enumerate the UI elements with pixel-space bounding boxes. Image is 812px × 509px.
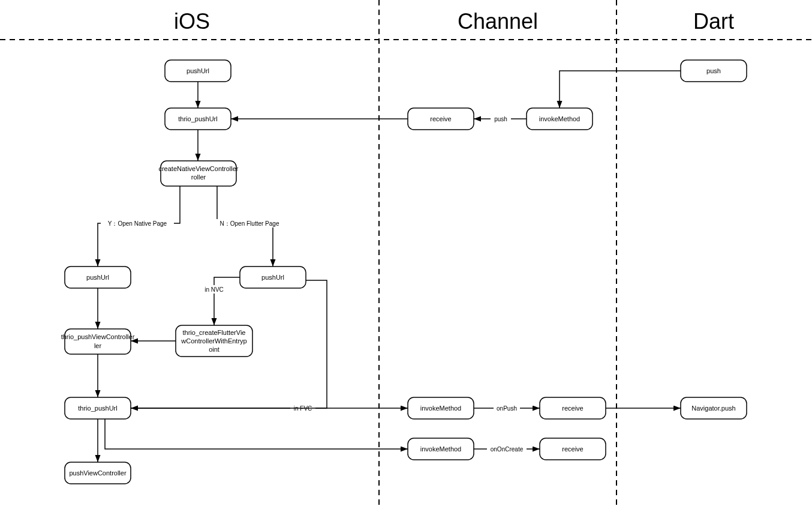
svg-text:push: push xyxy=(706,67,721,74)
label-onpush: onPush xyxy=(497,405,517,412)
svg-text:thrio_pushUrl: thrio_pushUrl xyxy=(78,405,117,412)
svg-text:oint: oint xyxy=(209,346,219,353)
node-channel-invoke-oncreate: invokeMethod xyxy=(408,438,474,460)
svg-text:pushUrl: pushUrl xyxy=(187,67,209,74)
node-pushurl-native: pushUrl xyxy=(65,267,131,288)
edge xyxy=(105,419,408,449)
node-channel-invoke-top: invokeMethod xyxy=(527,108,593,130)
header-dart: Dart xyxy=(693,9,734,34)
node-create-native-vc: createNativeViewController roller xyxy=(158,161,238,186)
svg-text:ler: ler xyxy=(94,342,102,349)
header-ios: iOS xyxy=(174,9,210,34)
svg-text:pushUrl: pushUrl xyxy=(86,274,109,281)
node-thrio-create-fvc: thrio_createFlutterVie wControllerWithEn… xyxy=(176,325,252,357)
node-channel-receive-top: receive xyxy=(408,108,474,130)
svg-text:roller: roller xyxy=(191,173,206,181)
svg-text:invokeMethod: invokeMethod xyxy=(539,115,581,122)
svg-text:thrio_pushUrl: thrio_pushUrl xyxy=(178,115,217,122)
node-navigator-push: Navigator.push xyxy=(681,397,747,419)
svg-text:Navigator.push: Navigator.push xyxy=(691,405,735,412)
node-pushvc: pushViewController xyxy=(65,462,131,484)
svg-text:pushViewController: pushViewController xyxy=(69,469,127,477)
label-ononcreate: onOnCreate xyxy=(491,446,524,453)
node-channel-receive-onpush: receive xyxy=(540,397,606,419)
edge xyxy=(560,71,681,108)
svg-text:pushUrl: pushUrl xyxy=(261,274,284,281)
label-push: push xyxy=(494,116,507,122)
node-dart-push: push xyxy=(681,60,747,82)
svg-text:invokeMethod: invokeMethod xyxy=(420,405,462,412)
svg-text:receive: receive xyxy=(562,405,583,412)
svg-text:thrio_createFlutterVie: thrio_createFlutterVie xyxy=(183,329,246,336)
svg-text:receive: receive xyxy=(562,445,583,453)
label-in-nvc: in NVC xyxy=(204,286,224,293)
node-thrio-pushvc: thrio_pushViewController ler xyxy=(61,329,135,354)
svg-text:thrio_pushViewController: thrio_pushViewController xyxy=(61,333,135,340)
node-thrio-pushurl-top: thrio_pushUrl xyxy=(165,108,231,130)
flow-diagram: iOS Channel Dart pushUrl thrio_pushUrl c… xyxy=(0,0,812,509)
svg-text:createNativeViewController: createNativeViewController xyxy=(158,165,238,172)
label-y-native: Y：Open Native Page xyxy=(108,220,167,227)
header-channel: Channel xyxy=(458,9,538,34)
edge-in-nvc xyxy=(214,277,240,325)
svg-text:wControllerWithEntryp: wControllerWithEntryp xyxy=(181,337,246,345)
svg-text:invokeMethod: invokeMethod xyxy=(420,445,462,453)
node-channel-invoke-onpush: invokeMethod xyxy=(408,397,474,419)
svg-text:receive: receive xyxy=(430,115,451,122)
node-pushurl-top: pushUrl xyxy=(165,60,231,82)
node-pushurl-flutter: pushUrl xyxy=(240,267,306,288)
node-thrio-pushurl-bottom: thrio_pushUrl xyxy=(65,397,131,419)
node-channel-receive-oncreate: receive xyxy=(540,438,606,460)
label-n-flutter: N：Open Flutter Page xyxy=(220,220,279,227)
